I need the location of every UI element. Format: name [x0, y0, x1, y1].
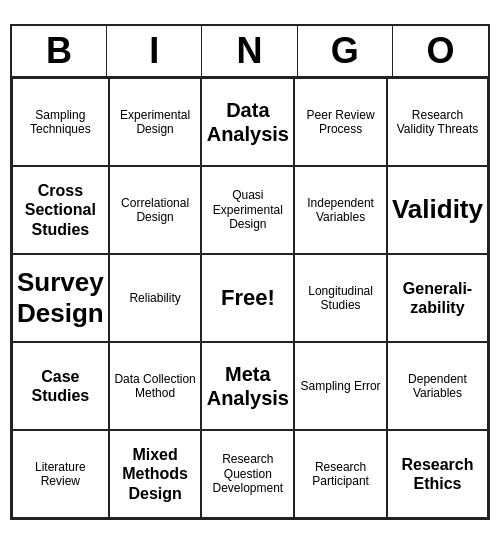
- bingo-header: BINGO: [12, 26, 488, 78]
- bingo-cell: Free!: [201, 254, 294, 342]
- bingo-grid: Sampling TechniquesExperimental DesignDa…: [12, 78, 488, 518]
- bingo-cell: Independent Variables: [294, 166, 387, 254]
- bingo-cell: Mixed Methods Design: [109, 430, 202, 518]
- bingo-cell: Generali-zability: [387, 254, 488, 342]
- bingo-cell: Validity: [387, 166, 488, 254]
- bingo-cell: Meta Analysis: [201, 342, 294, 430]
- header-letter: B: [12, 26, 107, 76]
- bingo-cell: Literature Review: [12, 430, 109, 518]
- bingo-cell: Data Analysis: [201, 78, 294, 166]
- header-letter: G: [298, 26, 393, 76]
- bingo-cell: Quasi Experimental Design: [201, 166, 294, 254]
- bingo-cell: Research Validity Threats: [387, 78, 488, 166]
- bingo-cell: Reliability: [109, 254, 202, 342]
- bingo-cell: Cross Sectional Studies: [12, 166, 109, 254]
- bingo-cell: Experimental Design: [109, 78, 202, 166]
- bingo-cell: Research Ethics: [387, 430, 488, 518]
- header-letter: O: [393, 26, 488, 76]
- bingo-cell: Peer Review Process: [294, 78, 387, 166]
- bingo-cell: Sampling Error: [294, 342, 387, 430]
- bingo-cell: Sampling Techniques: [12, 78, 109, 166]
- bingo-cell: Survey Design: [12, 254, 109, 342]
- bingo-cell: Correlational Design: [109, 166, 202, 254]
- bingo-cell: Longitudinal Studies: [294, 254, 387, 342]
- header-letter: I: [107, 26, 202, 76]
- bingo-cell: Research Question Development: [201, 430, 294, 518]
- bingo-cell: Case Studies: [12, 342, 109, 430]
- header-letter: N: [202, 26, 297, 76]
- bingo-card: BINGO Sampling TechniquesExperimental De…: [10, 24, 490, 520]
- bingo-cell: Dependent Variables: [387, 342, 488, 430]
- bingo-cell: Data Collection Method: [109, 342, 202, 430]
- bingo-cell: Research Participant: [294, 430, 387, 518]
